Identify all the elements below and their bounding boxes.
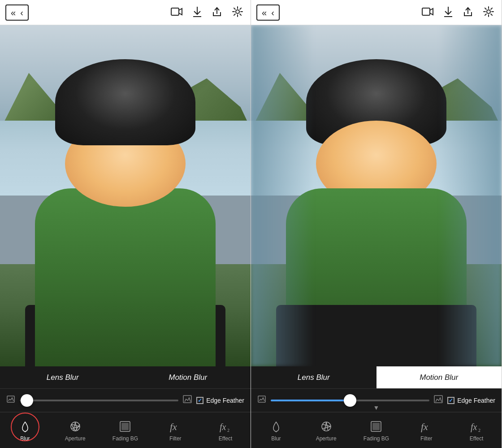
nav-filter-left[interactable]: fx Filter [150,413,200,448]
filter-icon-left: fx [168,419,182,434]
filter-label-right: Filter [420,435,433,442]
download-icon-left[interactable] [190,5,204,20]
left-image-area [0,25,251,366]
filter-label-left: Filter [169,435,182,442]
aperture-icon-right [319,419,333,434]
settings-icon-right[interactable] [481,5,496,20]
svg-marker-1 [179,9,182,15]
share-icon-right[interactable] [461,5,475,20]
back-box-right[interactable]: « ‹ [256,4,280,21]
left-blur-tabs: Lens Blur Motion Blur [0,366,251,389]
svg-text:2: 2 [478,428,480,433]
scroll-indicator: ▼ [373,404,380,411]
svg-text:fx: fx [220,422,226,432]
right-panel: « ‹ [251,0,502,448]
left-edge-feather-checkbox[interactable] [196,397,203,404]
motion-blur-tab-right[interactable]: Motion Blur [376,366,502,388]
right-controls: Lens Blur Motion Blur E [251,366,502,448]
svg-rect-6 [7,396,14,402]
aperture-icon-left [68,419,82,434]
slider-icon-small-right [257,395,266,406]
nav-aperture-right[interactable]: Aperture [301,413,351,448]
filter-icon-right: fx [419,419,433,434]
nav-blur-left[interactable]: Blur [0,413,50,448]
fading-bg-icon-left [118,419,132,434]
blur-icon-right [269,419,283,434]
toolbar-right-right [420,5,496,20]
svg-point-26 [487,10,490,13]
svg-rect-17 [121,423,129,430]
left-controls: Lens Blur Motion Blur E [0,366,251,448]
svg-line-31 [325,422,326,431]
nav-effect-right[interactable]: fx 2 Effect [451,413,502,448]
effect-label-left: Effect [219,435,232,442]
left-edge-feather-label: Edge Feather [206,397,244,404]
svg-text:fx: fx [170,421,177,432]
right-edge-feather: Edge Feather [447,397,495,404]
right-blur-tabs: Lens Blur Motion Blur [251,366,502,389]
fading-bg-label-left: Fading BG [113,435,138,442]
right-photo [251,25,502,366]
right-toolbar: « ‹ [251,0,502,25]
svg-marker-22 [430,9,433,15]
svg-line-32 [326,422,328,431]
right-bottom-nav: Blur Aperture [251,412,502,448]
left-edge-feather: Edge Feather [196,397,244,404]
svg-rect-27 [258,396,265,402]
toolbar-right-left [169,5,245,20]
left-toolbar: « ‹ [0,0,251,25]
back-box-left[interactable]: « ‹ [5,4,29,21]
svg-text:fx: fx [421,421,428,432]
left-bottom-nav: Blur Aperture [0,412,251,448]
slider-icon-large-left [183,395,192,406]
effect-label-right: Effect [470,435,483,442]
back-single-left[interactable]: ‹ [18,7,25,18]
svg-rect-21 [422,8,430,15]
fading-bg-icon-right [369,419,383,434]
nav-effect-left[interactable]: fx 2 Effect [200,413,251,448]
back-single-right[interactable]: ‹ [269,7,276,18]
settings-icon-left[interactable] [230,5,245,20]
svg-point-5 [236,10,239,13]
blur-icon-left [18,419,32,434]
right-edge-feather-checkbox[interactable] [447,397,454,404]
right-slider-thumb[interactable] [344,394,356,407]
nav-aperture-left[interactable]: Aperture [50,413,100,448]
blur-label-right: Blur [271,435,281,442]
motion-blur-tab-left[interactable]: Motion Blur [126,366,251,388]
nav-blur-right[interactable]: Blur [251,413,301,448]
slider-icon-small-left [6,395,15,406]
left-slider-track[interactable] [20,400,178,401]
video-icon-left[interactable] [169,6,184,19]
left-slider-thumb[interactable] [21,394,33,407]
svg-rect-0 [171,8,179,15]
svg-text:fx: fx [471,422,477,432]
slider-icon-large-right [434,395,443,406]
fading-bg-label-right: Fading BG [364,435,389,442]
lens-blur-tab-right[interactable]: Lens Blur [251,366,376,388]
svg-text:2: 2 [227,428,229,433]
share-icon-left[interactable] [210,5,224,20]
aperture-label-left: Aperture [65,435,86,442]
svg-line-34 [322,426,331,429]
back-double-right[interactable]: « [260,7,268,18]
back-double-left[interactable]: « [9,7,17,18]
right-edge-feather-label: Edge Feather [457,397,495,404]
aperture-label-right: Aperture [316,435,337,442]
nav-filter-right[interactable]: fx Filter [401,413,451,448]
effect-icon-left: fx 2 [218,419,233,434]
nav-fading-bg-right[interactable]: Fading BG [351,413,402,448]
right-image-area [251,25,502,366]
download-icon-right[interactable] [441,5,455,20]
blur-label-left: Blur [20,435,30,442]
video-icon-right[interactable] [420,6,435,19]
left-photo [0,25,251,366]
effect-icon-right: fx 2 [469,419,484,434]
right-slider-track[interactable] [271,400,429,401]
lens-blur-tab-left[interactable]: Lens Blur [0,366,126,388]
left-panel: « ‹ [0,0,251,448]
svg-rect-36 [372,423,380,430]
left-slider-row: Edge Feather [0,389,251,412]
nav-fading-bg-left[interactable]: Fading BG [100,413,151,448]
